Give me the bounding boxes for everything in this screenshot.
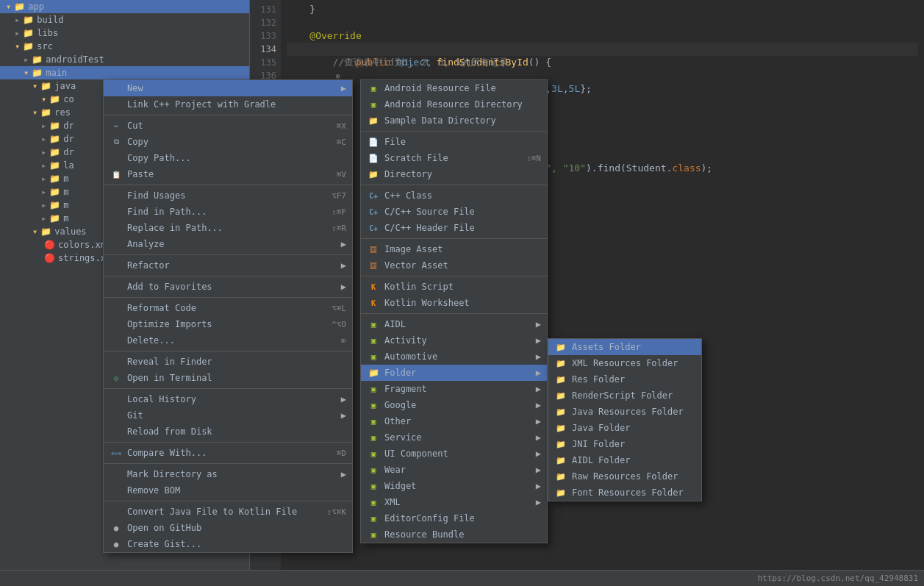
menu-item-cpp-class[interactable]: C+ C++ Class bbox=[361, 187, 547, 204]
status-bar: https://blog.csdn.net/qq_42948831 bbox=[0, 570, 924, 586]
sidebar-item-build[interactable]: ▸ 📁 build bbox=[0, 13, 249, 26]
menu-item-cpp-source[interactable]: C+ C/C++ Source File bbox=[361, 204, 547, 220]
sidebar-item-libs[interactable]: ▸ 📁 libs bbox=[0, 26, 249, 40]
image-asset-icon: 🖼 bbox=[367, 243, 380, 255]
sidebar-item-src[interactable]: ▾ 📁 src bbox=[0, 40, 249, 53]
menu-item-directory[interactable]: 📁 Directory bbox=[361, 166, 547, 182]
xml-resources-folder-icon: 📁 bbox=[554, 357, 567, 369]
menu-item-aidl-folder[interactable]: 📁 AIDL Folder bbox=[548, 452, 701, 468]
menu-item-service[interactable]: ▣ Service ▶ bbox=[361, 429, 547, 446]
menu-separator-2 bbox=[104, 185, 352, 185]
menu-item-google[interactable]: ▣ Google ▶ bbox=[361, 397, 547, 413]
menu-item-find-in-path[interactable]: Find in Path... ⇧⌘F bbox=[104, 204, 352, 220]
menu-item-reveal[interactable]: Reveal in Finder bbox=[104, 354, 352, 370]
menu-item-local-history[interactable]: Local History ▶ bbox=[104, 391, 352, 407]
menu-item-cut[interactable]: ✂ Cut ⌘X bbox=[104, 118, 352, 134]
ui-component-icon: ▣ bbox=[367, 448, 380, 460]
menu-item-scratch[interactable]: 📄 Scratch File ⇧⌘N bbox=[361, 150, 547, 166]
menu-item-link-cpp[interactable]: Link C++ Project with Gradle bbox=[104, 96, 352, 112]
menu-item-java-resources-folder[interactable]: 📁 Java Resources Folder bbox=[548, 404, 701, 420]
menu-item-paste[interactable]: 📋 Paste ⌘V bbox=[104, 166, 352, 182]
menu-item-replace-in-path[interactable]: Replace in Path... ⇧⌘R bbox=[104, 220, 352, 236]
menu-item-analyze[interactable]: Analyze ▶ bbox=[104, 236, 352, 252]
menu-item-convert-java[interactable]: Convert Java File to Kotlin File ⇧⌥⌘K bbox=[104, 504, 352, 520]
menu-item-open-terminal[interactable]: ⊙ Open in Terminal bbox=[104, 370, 352, 386]
menu-item-automotive[interactable]: ▣ Automotive ▶ bbox=[361, 349, 547, 365]
menu-item-java-folder[interactable]: 📁 Java Folder bbox=[548, 420, 701, 436]
assets-folder-icon: 📁 bbox=[554, 341, 567, 353]
menu-item-xml[interactable]: ▣ XML ▶ bbox=[361, 494, 547, 510]
menu-item-res-folder[interactable]: 📁 Res Folder bbox=[548, 371, 701, 387]
menu-item-editorconfig[interactable]: ▣ EditorConfig File bbox=[361, 510, 547, 526]
menu-item-find-usages[interactable]: Find Usages ⌥F7 bbox=[104, 187, 352, 204]
menu-item-android-res-dir[interactable]: ▣ Android Resource Directory bbox=[361, 96, 547, 112]
menu-separator-7 bbox=[104, 388, 352, 389]
menu-item-assets-folder[interactable]: 📁 Assets Folder bbox=[548, 339, 701, 355]
menu-separator-3 bbox=[104, 254, 352, 255]
menu-item-raw-resources-folder[interactable]: 📁 Raw Resources Folder bbox=[548, 468, 701, 485]
menu-item-reformat[interactable]: Reformat Code ⌥⌘L bbox=[104, 300, 352, 316]
menu-item-compare[interactable]: ⟺ Compare With... ⌘D bbox=[104, 445, 352, 461]
menu-item-copy-path[interactable]: Copy Path... bbox=[104, 150, 352, 166]
menu-separator-6 bbox=[104, 351, 352, 351]
menu-item-create-gist[interactable]: ● Create Gist... bbox=[104, 536, 352, 552]
resource-bundle-icon: ▣ bbox=[367, 529, 380, 540]
menu-item-git[interactable]: Git ▶ bbox=[104, 407, 352, 424]
menu-item-vector-asset[interactable]: 🖼 Vector Asset bbox=[361, 257, 547, 274]
sidebar-item-main[interactable]: ▾ 📁 main bbox=[0, 66, 249, 79]
menu-item-add-favorites[interactable]: Add to Favorites ▶ bbox=[104, 279, 352, 295]
xml-icon: ▣ bbox=[367, 496, 380, 508]
menu-item-sample-data[interactable]: 📁 Sample Data Directory bbox=[361, 112, 547, 129]
menu-item-cpp-header[interactable]: C+ C/C++ Header File bbox=[361, 220, 547, 236]
menu-item-image-asset[interactable]: 🖼 Image Asset bbox=[361, 241, 547, 257]
google-icon: ▣ bbox=[367, 399, 380, 411]
aidl-icon: ▣ bbox=[367, 318, 380, 330]
vector-asset-icon: 🖼 bbox=[367, 260, 380, 271]
menu-item-folder[interactable]: 📁 Folder ▶ bbox=[361, 365, 547, 381]
android-icon: ▣ bbox=[367, 82, 380, 94]
menu-separator-4 bbox=[104, 276, 352, 276]
new-icon bbox=[110, 82, 123, 94]
menu-separator-s3 bbox=[361, 238, 547, 239]
menu-item-fragment[interactable]: ▣ Fragment ▶ bbox=[361, 381, 547, 397]
menu-item-delete[interactable]: Delete... ⌦ bbox=[104, 332, 352, 349]
menu-item-file[interactable]: 📄 File bbox=[361, 134, 547, 150]
sidebar-item-app[interactable]: ▾ 📁 app bbox=[0, 0, 249, 13]
menu-item-kotlin-worksheet[interactable]: K Kotlin Worksheet bbox=[361, 295, 547, 311]
menu-item-widget[interactable]: ▣ Widget ▶ bbox=[361, 478, 547, 494]
jni-folder-icon: 📁 bbox=[554, 438, 567, 450]
android-dir-icon: ▣ bbox=[367, 99, 380, 110]
menu-item-jni-folder[interactable]: 📁 JNI Folder bbox=[548, 436, 701, 452]
menu-item-mark-dir[interactable]: Mark Directory as ▶ bbox=[104, 466, 352, 482]
menu-item-new[interactable]: New ▶ bbox=[104, 80, 352, 96]
menu-item-xml-resources-folder[interactable]: 📁 XML Resources Folder bbox=[548, 355, 701, 371]
menu-item-copy[interactable]: ⧉ Copy ⌘C bbox=[104, 134, 352, 150]
editorconfig-icon: ▣ bbox=[367, 512, 380, 524]
menu-item-kotlin-script[interactable]: K Kotlin Script bbox=[361, 279, 547, 295]
widget-icon: ▣ bbox=[367, 480, 380, 492]
sample-data-icon: 📁 bbox=[367, 115, 380, 126]
menu-item-renderscript-folder[interactable]: 📁 RenderScript Folder bbox=[548, 387, 701, 404]
menu-item-android-res-file[interactable]: ▣ Android Resource File bbox=[361, 80, 547, 96]
menu-item-optimize[interactable]: Optimize Imports ^⌥O bbox=[104, 316, 352, 332]
aidl-folder-icon: 📁 bbox=[554, 454, 567, 466]
menu-item-aidl[interactable]: ▣ AIDL ▶ bbox=[361, 316, 547, 332]
cpp-source-icon: C+ bbox=[367, 206, 380, 218]
menu-item-reload[interactable]: Reload from Disk bbox=[104, 424, 352, 440]
menu-item-font-resources-folder[interactable]: 📁 Font Resources Folder bbox=[548, 485, 701, 501]
menu-separator-9 bbox=[104, 463, 352, 464]
file-icon: 📄 bbox=[367, 136, 380, 148]
menu-item-other[interactable]: ▣ Other ▶ bbox=[361, 413, 547, 429]
menu-item-refactor[interactable]: Refactor ▶ bbox=[104, 257, 352, 274]
sidebar-item-androidtest[interactable]: ▸ 📁 androidTest bbox=[0, 53, 249, 66]
service-icon: ▣ bbox=[367, 432, 380, 443]
menu-separator-1 bbox=[104, 115, 352, 115]
menu-item-resource-bundle[interactable]: ▣ Resource Bundle bbox=[361, 526, 547, 543]
menu-item-open-github[interactable]: ● Open on GitHub bbox=[104, 520, 352, 536]
folder-icon: 📁 bbox=[367, 367, 380, 379]
menu-item-ui-component[interactable]: ▣ UI Component ▶ bbox=[361, 446, 547, 462]
menu-item-activity[interactable]: ▣ Activity ▶ bbox=[361, 332, 547, 349]
url-label: https://blog.csdn.net/qq_42948831 bbox=[757, 574, 918, 583]
menu-item-wear[interactable]: ▣ Wear ▶ bbox=[361, 462, 547, 478]
menu-item-remove-bom[interactable]: Remove BOM bbox=[104, 482, 352, 499]
